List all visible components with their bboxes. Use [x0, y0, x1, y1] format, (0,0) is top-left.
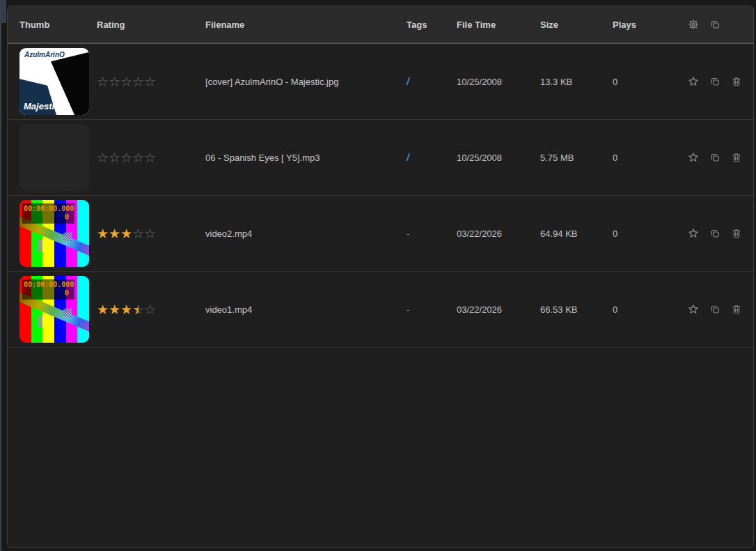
table-header: Thumb Rating Filename Tags File Time Siz…	[8, 6, 753, 44]
column-header-rating[interactable]: Rating	[97, 20, 205, 30]
copy-icon[interactable]	[709, 76, 720, 87]
column-header-filename[interactable]: Filename	[205, 20, 407, 30]
frame-counter-text: 0	[24, 288, 72, 297]
table-row[interactable]: 00:00:00.000 0 ★★★★☆☆ video1.mp4 - 03/22…	[8, 272, 753, 348]
rating-stars[interactable]: ☆☆☆☆☆	[97, 151, 205, 164]
favorite-icon[interactable]	[688, 228, 699, 239]
size-cell: 13.3 KB	[540, 77, 613, 87]
row-actions	[668, 228, 742, 239]
size-cell: 5.75 MB	[540, 153, 613, 163]
thumb-cell: AzulmArinO Majestic	[19, 48, 97, 115]
timecode-overlay: 00:00:00.000 0	[22, 279, 74, 300]
settings-icon[interactable]	[688, 19, 699, 30]
test-pattern-noise	[63, 309, 72, 317]
timecode-text: 00:00:00.000	[24, 281, 72, 288]
plays-cell: 0	[613, 77, 668, 87]
column-header-tags[interactable]: Tags	[407, 20, 457, 30]
row-actions	[668, 76, 742, 87]
rating-stars[interactable]: ★★★☆☆	[97, 227, 205, 240]
copy-icon[interactable]	[709, 228, 720, 239]
timecode-text: 00:00:00.000	[24, 205, 72, 212]
thumbnail-album-art[interactable]: AzulmArinO Majestic	[19, 48, 89, 115]
table-row[interactable]: 00:00:00.000 0 ★★★☆☆ video2.mp4 - 03/22/…	[8, 196, 753, 272]
delete-icon[interactable]	[731, 304, 742, 315]
filename-cell: [cover] AzulmArinO - Majestic.jpg	[205, 77, 407, 87]
copy-icon[interactable]	[709, 304, 720, 315]
column-header-file-time[interactable]: File Time	[457, 20, 540, 30]
file-time-cell: 10/25/2008	[457, 77, 540, 87]
test-pattern-noise	[38, 316, 42, 327]
column-header-thumb[interactable]: Thumb	[19, 20, 97, 30]
row-actions	[668, 304, 742, 315]
rating-stars[interactable]: ★★★★☆☆	[97, 303, 205, 316]
frame-counter-text: 0	[24, 212, 72, 222]
copy-icon[interactable]	[709, 19, 720, 30]
tags-cell[interactable]: /	[407, 76, 457, 87]
column-header-size[interactable]: Size	[540, 20, 613, 30]
header-actions	[668, 19, 742, 30]
album-title-text: Majestic	[24, 101, 59, 111]
rating-stars[interactable]: ☆☆☆☆☆	[97, 75, 205, 88]
plays-cell: 0	[613, 228, 668, 239]
file-table-panel: Thumb Rating Filename Tags File Time Siz…	[7, 6, 754, 548]
thumb-cell	[19, 124, 97, 191]
plays-cell: 0	[613, 153, 668, 163]
thumbnail-video-preview[interactable]: 00:00:00.000 0	[19, 276, 89, 343]
filename-cell: 06 - Spanish Eyes [ Y5].mp3	[205, 153, 407, 163]
tags-cell[interactable]: -	[407, 304, 457, 315]
favorite-icon[interactable]	[688, 304, 699, 315]
size-cell: 64.94 KB	[540, 228, 613, 239]
filename-cell: video1.mp4	[205, 304, 407, 315]
table-row[interactable]: ☆☆☆☆☆ 06 - Spanish Eyes [ Y5].mp3 / 10/2…	[8, 120, 753, 196]
file-time-cell: 10/25/2008	[457, 153, 540, 163]
tags-cell[interactable]: -	[407, 228, 457, 239]
file-time-cell: 03/22/2026	[457, 304, 540, 315]
column-header-plays[interactable]: Plays	[613, 20, 668, 30]
table-row[interactable]: AzulmArinO Majestic ☆☆☆☆☆ [cover] AzulmA…	[8, 44, 753, 120]
thumb-cell: 00:00:00.000 0	[19, 200, 97, 267]
sidebar-edge-highlight	[1, 0, 6, 23]
size-cell: 66.53 KB	[540, 304, 613, 315]
favorite-icon[interactable]	[688, 152, 699, 163]
row-actions	[668, 152, 742, 163]
thumbnail-placeholder[interactable]	[19, 124, 89, 191]
file-time-cell: 03/22/2026	[457, 228, 540, 239]
delete-icon[interactable]	[731, 228, 742, 239]
album-artist-text: AzulmArinO	[24, 51, 65, 59]
copy-icon[interactable]	[709, 152, 720, 163]
favorite-icon[interactable]	[688, 76, 699, 87]
plays-cell: 0	[613, 304, 668, 315]
delete-icon[interactable]	[731, 76, 742, 87]
thumb-cell: 00:00:00.000 0	[19, 276, 97, 343]
timecode-overlay: 00:00:00.000 0	[22, 203, 74, 224]
test-pattern-noise	[38, 240, 42, 251]
tags-cell[interactable]: /	[407, 152, 457, 163]
window-edge-divider	[0, 0, 1, 551]
thumbnail-video-preview[interactable]: 00:00:00.000 0	[19, 200, 89, 267]
test-pattern-noise	[63, 233, 72, 241]
filename-cell: video2.mp4	[205, 228, 407, 239]
delete-icon[interactable]	[731, 152, 742, 163]
